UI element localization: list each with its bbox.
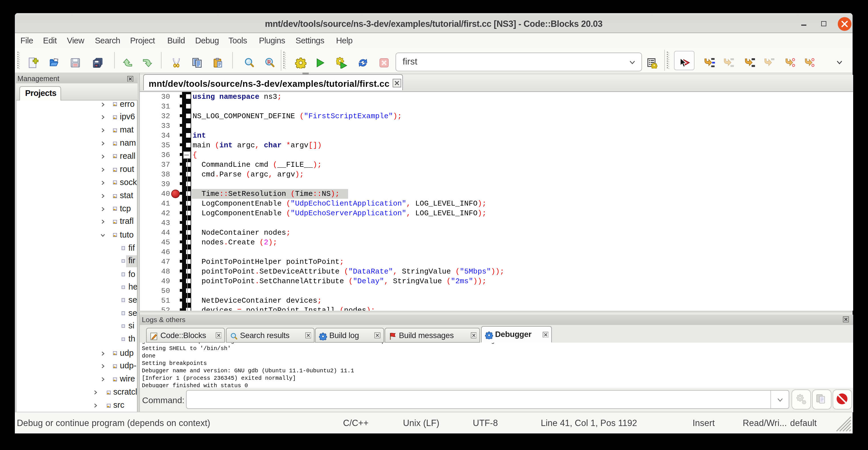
svg-text:R: R [267, 59, 271, 64]
